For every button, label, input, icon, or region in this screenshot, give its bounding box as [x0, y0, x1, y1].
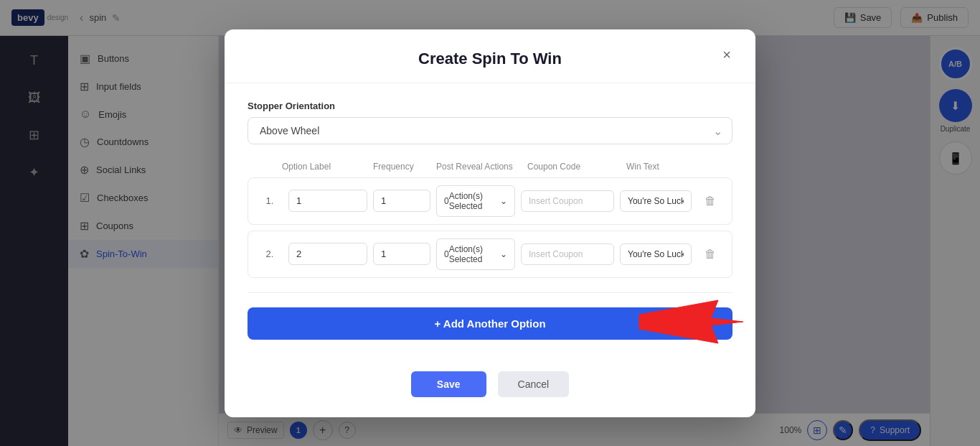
actions-chevron-icon-1: ⌄: [500, 196, 507, 206]
option-label-input-2[interactable]: [288, 243, 367, 265]
options-table-header: Option Label Frequency Post Reveal Actio…: [248, 162, 732, 172]
option-label-input-1[interactable]: [288, 190, 367, 212]
add-another-option-button[interactable]: + Add Another Option: [248, 307, 732, 340]
win-text-input-1[interactable]: [620, 190, 692, 212]
option-num-2: 2.: [257, 248, 283, 259]
frequency-input-2[interactable]: [373, 243, 430, 265]
modal-save-button[interactable]: Save: [411, 371, 486, 397]
modal-footer: Save Cancel: [225, 357, 755, 417]
stopper-orientation-select[interactable]: Above Wheel: [248, 117, 732, 144]
col-coupon-code: Coupon Code: [527, 162, 621, 172]
section-divider: [248, 292, 732, 293]
actions-text-1: Action(s) Selected: [449, 191, 500, 211]
col-frequency: Frequency: [373, 162, 430, 172]
col-post-reveal: Post Reveal Actions: [436, 162, 522, 172]
delete-row-2-button[interactable]: 🗑: [697, 248, 723, 261]
option-num-1: 1.: [257, 195, 283, 206]
stopper-orientation-field: Stopper Orientation Above Wheel ⌄: [248, 101, 732, 144]
modal-body: Stopper Orientation Above Wheel ⌄ Option…: [225, 83, 755, 357]
col-option-label: Option Label: [282, 162, 367, 172]
stopper-orientation-select-wrapper: Above Wheel ⌄: [248, 117, 732, 144]
option-row-2: 2. 0 Action(s) Selected ⌄ 🗑: [248, 231, 732, 278]
actions-text-2: Action(s) Selected: [449, 244, 500, 264]
modal-title: Create Spin To Win: [248, 50, 732, 68]
win-text-input-2[interactable]: [620, 243, 692, 265]
stopper-orientation-label: Stopper Orientation: [248, 101, 732, 111]
coupon-input-2[interactable]: [521, 243, 614, 265]
frequency-input-1[interactable]: [373, 190, 430, 212]
actions-dropdown-1[interactable]: 0 Action(s) Selected ⌄: [436, 185, 515, 217]
option-row-1: 1. 0 Action(s) Selected ⌄ 🗑: [248, 177, 732, 225]
modal-overlay: Create Spin To Win × Stopper Orientation…: [0, 0, 980, 446]
actions-dropdown-2[interactable]: 0 Action(s) Selected ⌄: [436, 238, 515, 270]
stopper-orientation-value: Above Wheel: [260, 125, 319, 136]
actions-count-1: 0: [444, 196, 449, 206]
add-option-wrapper: + Add Another Option: [248, 307, 732, 340]
coupon-input-1[interactable]: [521, 190, 614, 212]
delete-row-1-button[interactable]: 🗑: [697, 195, 723, 208]
modal-header: Create Spin To Win: [225, 29, 755, 83]
modal-cancel-button[interactable]: Cancel: [498, 371, 570, 397]
actions-chevron-icon-2: ⌄: [500, 249, 507, 259]
col-win-text: Win Text: [626, 162, 698, 172]
options-section: Option Label Frequency Post Reveal Actio…: [248, 162, 732, 340]
modal: Create Spin To Win × Stopper Orientation…: [225, 29, 755, 417]
modal-close-button[interactable]: ×: [715, 44, 738, 67]
actions-count-2: 0: [444, 249, 449, 259]
